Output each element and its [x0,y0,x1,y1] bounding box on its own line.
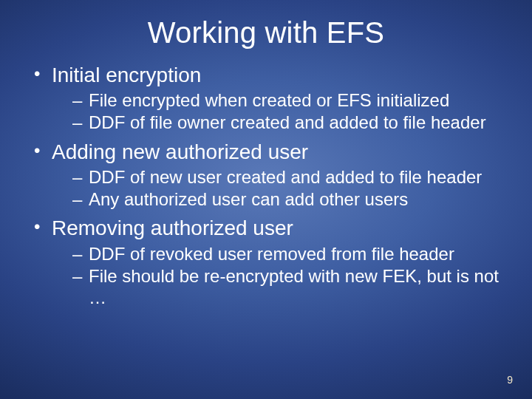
slide: Working with EFS Initial encryption File… [0,0,532,399]
slide-title: Working with EFS [0,0,532,50]
slide-content: Initial encryption File encrypted when c… [0,50,532,308]
sub-list: DDF of new user created and added to fil… [52,166,510,211]
bullet-list: Initial encryption File encrypted when c… [22,63,510,308]
sub-item: File should be re-encrypted with new FEK… [72,265,510,309]
sub-list: File encrypted when created or EFS initi… [52,89,510,134]
sub-item: File encrypted when created or EFS initi… [72,89,510,111]
bullet-item: Initial encryption File encrypted when c… [34,63,510,134]
sub-list: DDF of revoked user removed from file he… [52,243,510,309]
bullet-text: Removing authorized user [52,216,293,239]
bullet-text: Adding new authorized user [52,140,308,163]
sub-item: DDF of revoked user removed from file he… [72,243,510,265]
sub-item: Any authorized user can add other users [72,188,510,210]
page-number: 9 [507,374,513,386]
sub-item: DDF of file owner created and added to f… [72,112,510,133]
bullet-item: Adding new authorized user DDF of new us… [34,140,510,211]
sub-item: DDF of new user created and added to fil… [72,166,510,188]
bullet-text: Initial encryption [52,64,201,86]
bullet-item: Removing authorized user DDF of revoked … [34,216,510,308]
